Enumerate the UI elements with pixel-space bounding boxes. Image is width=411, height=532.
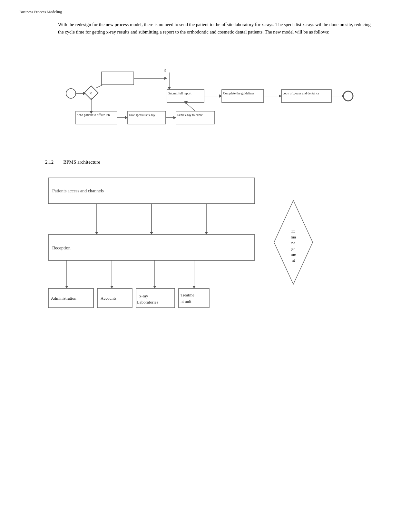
- svg-text:Send x-ray to clinic: Send x-ray to clinic: [177, 113, 203, 117]
- treatment-label-2: nt unit: [181, 299, 191, 304]
- svg-marker-37: [110, 286, 113, 288]
- section-heading: 2.12 BPMS architecture: [45, 160, 392, 165]
- label-9: 9: [164, 68, 166, 73]
- svg-text:Submit full report: Submit full report: [168, 92, 191, 95]
- svg-text:Send patient to offsite lab: Send patient to offsite lab: [77, 113, 110, 117]
- admin-label: Administration: [51, 296, 76, 301]
- it-management-group: IT ma na ge me nt: [274, 200, 313, 284]
- section-title: BPMS architecture: [63, 160, 100, 165]
- svg-text:Complete the guidelines: Complete the guidelines: [223, 92, 254, 95]
- svg-text:×: ×: [89, 91, 92, 96]
- svg-marker-12: [279, 94, 281, 98]
- it-label-6: nt: [292, 258, 295, 263]
- arch-diagram: Patients access and channels Reception A…: [45, 175, 372, 310]
- it-label-2: ma: [291, 235, 296, 239]
- treatment-label-1: Treatme: [181, 293, 194, 297]
- accounts-label: Accounts: [101, 296, 116, 301]
- svg-marker-31: [150, 232, 153, 235]
- treatment-box: [179, 288, 209, 308]
- start-event: [66, 89, 76, 98]
- svg-marker-35: [65, 286, 68, 288]
- svg-marker-9: [219, 94, 222, 98]
- it-label-5: me: [291, 252, 296, 257]
- it-label-4: ge: [291, 246, 296, 251]
- svg-marker-29: [95, 232, 98, 235]
- it-label-1: IT: [291, 229, 295, 234]
- end-event: [343, 91, 353, 101]
- reception-label: Reception: [52, 246, 71, 250]
- xray-label-1: x-ray: [139, 294, 148, 298]
- svg-marker-24: [173, 116, 176, 119]
- reception-box: [48, 235, 255, 260]
- svg-marker-4: [164, 77, 167, 80]
- arch-svg: Patients access and channels Reception A…: [45, 175, 384, 313]
- svg-marker-41: [192, 286, 196, 288]
- it-label-3: na: [291, 240, 296, 245]
- section-number: 2.12: [45, 160, 54, 165]
- svg-text:copy of x-rays and dental ca: copy of x-rays and dental ca: [283, 92, 319, 95]
- page-header: Business Process Modeling: [19, 10, 392, 15]
- task-take-xrays: [102, 72, 134, 85]
- svg-marker-21: [125, 116, 128, 119]
- intro-paragraph: With the redesign for the new process mo…: [58, 21, 372, 36]
- svg-text:Take specialist x-ray: Take specialist x-ray: [129, 113, 155, 117]
- bpmn-svg: × Take x-rays on site 9 Submit full repo…: [45, 44, 400, 140]
- svg-marker-39: [153, 286, 156, 288]
- xray-label-2: Laboratories: [137, 300, 158, 305]
- svg-line-26: [185, 102, 195, 111]
- patients-label: Patients access and channels: [52, 189, 104, 193]
- header-title: Business Process Modeling: [19, 10, 62, 14]
- svg-marker-33: [205, 232, 208, 235]
- bpmn-diagram: × Take x-rays on site 9 Submit full repo…: [45, 44, 385, 147]
- svg-marker-6: [168, 87, 171, 90]
